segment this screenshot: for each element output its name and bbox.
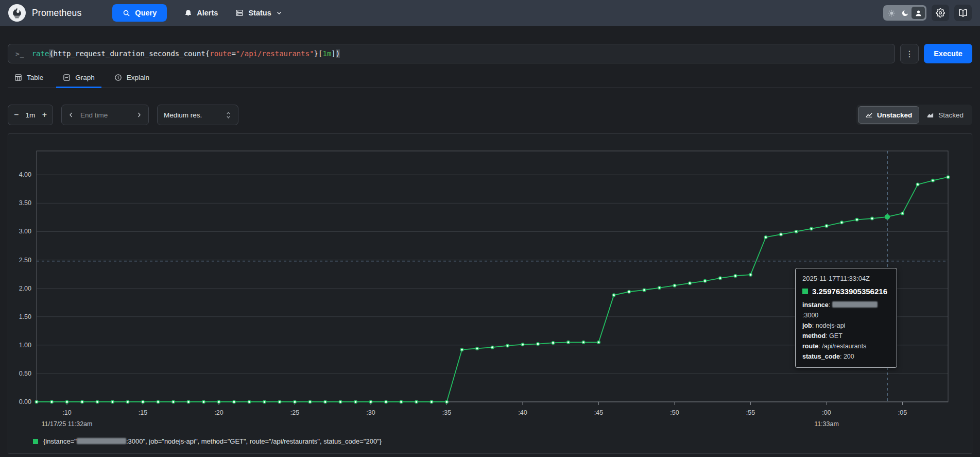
redacted-blur <box>77 438 126 444</box>
data-point[interactable] <box>415 400 418 403</box>
data-point[interactable] <box>324 400 326 403</box>
data-point[interactable] <box>537 343 539 345</box>
data-point[interactable] <box>521 343 524 346</box>
tooltip-timestamp: 2025-11-17T11:33:04Z <box>802 275 890 282</box>
data-point[interactable] <box>445 400 448 403</box>
data-point[interactable] <box>217 400 220 403</box>
y-axis-tick-label: 0.50 <box>19 370 31 377</box>
data-point[interactable] <box>50 400 53 403</box>
data-point[interactable] <box>187 400 190 403</box>
data-point[interactable] <box>901 212 904 214</box>
chevron-right-icon[interactable] <box>136 112 142 118</box>
data-point[interactable] <box>339 400 341 403</box>
range-value[interactable]: 1m <box>26 111 36 119</box>
data-point[interactable] <box>278 400 281 403</box>
data-point[interactable] <box>552 342 554 344</box>
promql-expression[interactable]: rate(http_request_duration_seconds_count… <box>32 49 340 58</box>
alerts-nav-item[interactable]: Alerts <box>184 9 218 17</box>
execute-button[interactable]: Execute <box>924 44 972 63</box>
data-point[interactable] <box>947 176 949 178</box>
data-point[interactable] <box>81 400 83 403</box>
theme-light-button[interactable] <box>885 7 898 19</box>
theme-dark-button[interactable] <box>898 7 912 19</box>
resolution-select[interactable]: Medium res. <box>157 105 238 125</box>
tooltip-label-row: instance: :3000 <box>802 300 890 320</box>
data-point[interactable] <box>263 400 266 403</box>
range-increase-button[interactable]: + <box>42 111 47 119</box>
data-point[interactable] <box>400 400 402 403</box>
data-point[interactable] <box>597 341 600 344</box>
data-point[interactable] <box>764 236 767 239</box>
brand-title: Prometheus <box>32 8 81 19</box>
data-point[interactable] <box>430 400 433 403</box>
data-point[interactable] <box>354 400 357 403</box>
end-time-picker[interactable]: End time <box>61 105 149 125</box>
server-icon <box>235 9 244 17</box>
data-point[interactable] <box>126 400 129 403</box>
data-point[interactable] <box>96 400 98 403</box>
data-point[interactable] <box>233 400 235 403</box>
data-point[interactable] <box>369 400 372 403</box>
data-point[interactable] <box>172 400 175 403</box>
range-decrease-button[interactable]: − <box>14 111 19 119</box>
tab-explain[interactable]: Explain <box>108 74 156 88</box>
data-point[interactable] <box>612 294 615 296</box>
data-point[interactable] <box>719 277 721 279</box>
data-point[interactable] <box>810 227 813 230</box>
data-point[interactable] <box>825 225 828 227</box>
result-tabs: Table Graph Explain <box>8 74 972 88</box>
data-point[interactable] <box>734 275 736 277</box>
data-point[interactable] <box>932 179 934 182</box>
data-point[interactable] <box>142 400 144 403</box>
data-point[interactable] <box>248 400 250 403</box>
data-point[interactable] <box>658 286 661 289</box>
graph-controls: − 1m + End time Medium res. Unstacked St… <box>8 105 972 125</box>
data-point[interactable] <box>840 221 843 224</box>
docs-button[interactable] <box>954 5 972 21</box>
data-point[interactable] <box>506 344 509 347</box>
data-point[interactable] <box>157 400 159 403</box>
data-point[interactable] <box>703 280 706 282</box>
data-point[interactable] <box>916 183 919 185</box>
data-point[interactable] <box>871 217 873 219</box>
data-point[interactable] <box>673 284 676 286</box>
settings-button[interactable] <box>932 5 949 21</box>
data-point[interactable] <box>385 400 387 403</box>
flame-icon <box>11 7 23 19</box>
data-point[interactable] <box>65 400 68 403</box>
data-point[interactable] <box>460 348 463 351</box>
query-options-button[interactable]: ⋮ <box>900 44 919 63</box>
data-point[interactable] <box>308 400 311 403</box>
data-point[interactable] <box>491 346 493 349</box>
query-nav-button[interactable]: Query <box>112 4 167 22</box>
unstacked-button[interactable]: Unstacked <box>858 106 919 124</box>
tab-table[interactable]: Table <box>8 74 50 88</box>
data-point[interactable] <box>111 400 114 403</box>
data-point[interactable] <box>567 341 570 344</box>
theme-auto-button[interactable] <box>912 7 925 19</box>
data-point[interactable] <box>628 291 630 293</box>
chevron-left-icon[interactable] <box>68 112 74 118</box>
query-input[interactable]: >_ rate(http_request_duration_seconds_co… <box>8 44 895 63</box>
data-point[interactable] <box>35 400 38 403</box>
tab-graph[interactable]: Graph <box>56 74 101 88</box>
graph-icon <box>63 74 71 81</box>
data-point[interactable] <box>855 218 858 221</box>
data-point[interactable] <box>749 273 752 276</box>
x-axis-date-label: 11/17/25 11:32am <box>42 420 93 428</box>
search-icon <box>123 9 130 17</box>
data-point[interactable] <box>476 347 478 350</box>
data-point[interactable] <box>582 341 584 344</box>
data-point[interactable] <box>643 289 645 291</box>
data-point[interactable] <box>202 400 205 403</box>
x-axis-tick-label: :55 <box>746 409 755 416</box>
y-axis-tick-label: 2.50 <box>19 257 31 264</box>
legend-item[interactable]: {instance=":3000", job="nodejs-api", met… <box>33 437 382 445</box>
status-nav-item[interactable]: Status <box>235 9 282 17</box>
data-point[interactable] <box>294 400 296 403</box>
data-point[interactable] <box>795 230 797 233</box>
data-point[interactable] <box>780 233 782 235</box>
data-point[interactable] <box>689 282 691 284</box>
stacked-button[interactable]: Stacked <box>919 106 971 124</box>
brand[interactable]: Prometheus <box>8 4 81 22</box>
